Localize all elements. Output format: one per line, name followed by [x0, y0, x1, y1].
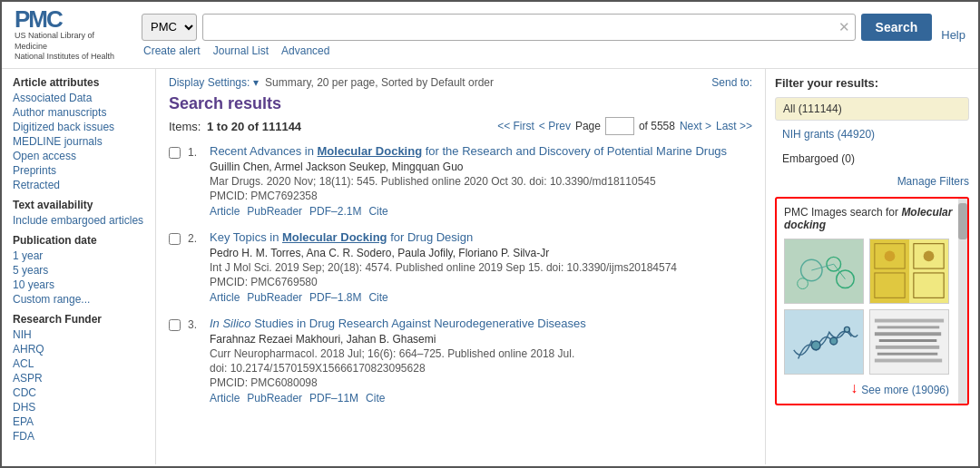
sidebar-item-aspr[interactable]: ASPR [13, 372, 144, 385]
result-3-cite-link[interactable]: Cite [366, 392, 385, 405]
sidebar-section-publication-date: Publication date 1 year 5 years 10 years… [13, 234, 144, 306]
display-settings-left: Display Settings: ▾ Summary, 20 per page… [169, 76, 494, 89]
result-1-num: 1. [188, 146, 202, 159]
result-item-3: 3. In Silico Studies in Drug Research Ag… [169, 317, 752, 405]
result-3-title: In Silico Studies in Drug Research Again… [210, 317, 752, 330]
clear-icon[interactable]: ✕ [838, 19, 850, 35]
result-2-pdf-link[interactable]: PDF–1.8M [309, 291, 361, 304]
first-page-link[interactable]: << First [497, 120, 534, 132]
of-label: of 5558 [639, 120, 675, 132]
pmc-image-3[interactable] [784, 309, 864, 375]
result-3-pubreader-link[interactable]: PubReader [247, 392, 302, 405]
result-1-pubreader-link[interactable]: PubReader [247, 205, 302, 218]
result-2-article-link[interactable]: Article [210, 291, 240, 304]
svg-rect-21 [877, 326, 939, 328]
sidebar-item-fda[interactable]: FDA [13, 430, 144, 443]
advanced-link[interactable]: Advanced [281, 44, 329, 57]
result-item-2: 2. Key Topics in Molecular Docking for D… [169, 230, 752, 304]
filter-option-embargoed: Embargoed (0) [775, 148, 969, 170]
sidebar-item-epa[interactable]: EPA [13, 415, 144, 428]
result-3-checkbox[interactable] [169, 319, 181, 331]
result-2-link[interactable]: Key Topics in Molecular Docking for Drug… [210, 230, 473, 244]
sidebar-item-ahrq[interactable]: AHRQ [13, 343, 144, 356]
svg-rect-20 [875, 319, 944, 323]
filter-embargoed-label: Embargoed (0) [782, 152, 855, 165]
sidebar-item-include-embargoed[interactable]: Include embargoed articles [13, 214, 144, 227]
result-3-link[interactable]: In Silico Studies in Drug Research Again… [210, 317, 586, 330]
result-2-pubreader-link[interactable]: PubReader [247, 291, 302, 304]
prev-page-link[interactable]: < Prev [539, 120, 571, 132]
filter-option-all[interactable]: All (111144) [775, 97, 969, 121]
result-2-checkbox[interactable] [169, 233, 181, 245]
logo-sub: US National Library of Medicine National… [15, 31, 132, 63]
search-bar-area: PMC Molecular docking ✕ Search Create al… [142, 14, 932, 57]
pmc-image-4[interactable] [869, 309, 949, 375]
manage-filters-link[interactable]: Manage Filters [775, 175, 969, 188]
result-3-body: In Silico Studies in Drug Research Again… [210, 317, 752, 405]
result-1-article-link[interactable]: Article [210, 205, 240, 218]
database-select[interactable]: PMC [142, 14, 197, 41]
header: PMC US National Library of Medicine Nati… [2, 2, 978, 69]
result-3-doi: doi: 10.2174/1570159X15666170823095628 [210, 362, 752, 375]
result-1-journal: Mar Drugs. 2020 Nov; 18(11): 545. Publis… [210, 175, 752, 188]
sidebar-item-10years[interactable]: 10 years [13, 278, 144, 291]
result-2-cite-link[interactable]: Cite [368, 291, 387, 304]
pmc-images-box: PMC Images search for Molecular docking [775, 197, 969, 405]
pmc-image-1[interactable] [784, 239, 864, 304]
send-to-link[interactable]: Send to: [711, 76, 752, 89]
content-area: Display Settings: ▾ Summary, 20 per page… [156, 69, 765, 464]
display-settings-summary: Summary, 20 per page, Sorted by Default … [265, 76, 494, 89]
sidebar-item-cdc[interactable]: CDC [13, 386, 144, 399]
sidebar-item-author-manuscripts[interactable]: Author manuscripts [13, 106, 144, 119]
sidebar-section-text-availability: Text availability Include embargoed arti… [13, 199, 144, 227]
help-link[interactable]: Help [941, 28, 965, 42]
sidebar-item-5years[interactable]: 5 years [13, 264, 144, 277]
result-1-pdf-link[interactable]: PDF–2.1M [309, 205, 361, 218]
sidebar-item-associated-data[interactable]: Associated Data [13, 92, 144, 104]
last-page-link[interactable]: Last >> [716, 120, 752, 132]
sidebar-item-acl[interactable]: ACL [13, 357, 144, 370]
result-1-checkbox[interactable] [169, 147, 181, 159]
svg-point-17 [830, 337, 838, 345]
result-3-article-link[interactable]: Article [210, 392, 240, 405]
sidebar-item-open-access[interactable]: Open access [13, 150, 144, 162]
sidebar-item-digitized-back[interactable]: Digitized back issues [13, 121, 144, 133]
sidebar-section-title: Text availability [13, 199, 144, 211]
pmc-logo: PMC US National Library of Medicine Nati… [15, 7, 132, 63]
result-2-authors: Pedro H. M. Torres, Ana C. R. Sodero, Pa… [210, 247, 752, 259]
result-1-pmcid: PMCID: PMC7692358 [210, 190, 752, 202]
svg-rect-8 [909, 239, 948, 303]
filter-panel: Filter your results: All (111144) NIH gr… [775, 76, 969, 188]
main-layout: Article attributes Associated Data Autho… [2, 69, 978, 464]
sidebar-item-retracted[interactable]: Retracted [13, 179, 144, 191]
page-input[interactable]: 1 [605, 117, 634, 135]
result-item-1: 1. Recent Advances in Molecular Docking … [169, 144, 752, 218]
journal-list-link[interactable]: Journal List [213, 44, 269, 57]
sidebar-item-medline[interactable]: MEDLINE journals [13, 135, 144, 148]
sidebar-item-custom-range[interactable]: Custom range... [13, 293, 144, 306]
sidebar-section-title: Research Funder [13, 313, 144, 326]
result-1-cite-link[interactable]: Cite [368, 205, 387, 218]
filter-nih-link[interactable]: NIH grants (44920) [782, 128, 875, 141]
search-input[interactable]: Molecular docking [202, 14, 856, 41]
display-settings-link[interactable]: Display Settings: ▾ [169, 76, 259, 89]
svg-rect-7 [870, 239, 909, 303]
create-alert-link[interactable]: Create alert [143, 44, 201, 57]
see-more-link[interactable]: See more (19096) [861, 384, 949, 396]
sidebar-item-1year[interactable]: 1 year [13, 249, 144, 262]
sidebar-item-dhs[interactable]: DHS [13, 401, 144, 414]
result-3-authors: Farahnaz Rezaei Makhouri, Jahan B. Ghase… [210, 333, 752, 346]
pmc-image-2[interactable] [869, 239, 949, 304]
result-2-journal: Int J Mol Sci. 2019 Sep; 20(18): 4574. P… [210, 261, 752, 274]
result-1-link[interactable]: Recent Advances in Molecular Docking for… [210, 144, 727, 158]
result-2-links: Article PubReader PDF–1.8M Cite [210, 291, 752, 304]
pmc-images-grid [784, 239, 949, 375]
pmc-images-scrollbar[interactable] [958, 199, 967, 404]
search-button[interactable]: Search [861, 14, 933, 41]
next-page-link[interactable]: Next > [680, 120, 711, 132]
result-1-authors: Guillin Chen, Armel Jackson Seukep, Ming… [210, 161, 752, 173]
result-3-pdf-link[interactable]: PDF–11M [309, 392, 358, 405]
sidebar-item-preprints[interactable]: Preprints [13, 164, 144, 177]
sidebar-section-research-funder: Research Funder NIH AHRQ ACL ASPR CDC DH… [13, 313, 144, 443]
sidebar-item-nih[interactable]: NIH [13, 328, 144, 341]
